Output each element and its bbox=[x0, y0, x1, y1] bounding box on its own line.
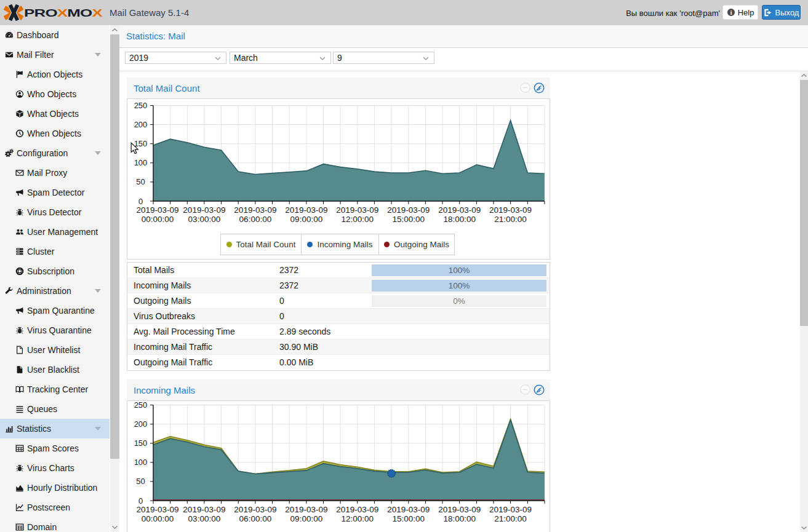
svg-text:250: 250 bbox=[134, 101, 148, 110]
svg-text:2019-03-09: 2019-03-09 bbox=[336, 505, 378, 514]
svg-text:150: 150 bbox=[134, 439, 148, 448]
svg-text:100: 100 bbox=[134, 158, 148, 167]
svg-text:09:00:00: 09:00:00 bbox=[290, 215, 323, 224]
svg-text:2019-03-09: 2019-03-09 bbox=[438, 205, 481, 215]
svg-text:18:00:00: 18:00:00 bbox=[443, 215, 476, 224]
svg-text:06:00:00: 06:00:00 bbox=[239, 514, 272, 523]
svg-text:03:00:00: 03:00:00 bbox=[188, 514, 221, 523]
svg-text:2019-03-09: 2019-03-09 bbox=[336, 205, 378, 215]
svg-text:200: 200 bbox=[134, 120, 148, 129]
svg-text:15:00:00: 15:00:00 bbox=[393, 514, 425, 523]
svg-text:2019-03-09: 2019-03-09 bbox=[387, 505, 430, 514]
svg-text:21:00:00: 21:00:00 bbox=[494, 514, 527, 523]
svg-text:PROXMOX: PROXMOX bbox=[24, 7, 103, 19]
svg-text:06:00:00: 06:00:00 bbox=[239, 215, 272, 224]
svg-text:09:00:00: 09:00:00 bbox=[290, 514, 323, 523]
svg-text:2019-03-09: 2019-03-09 bbox=[183, 505, 225, 514]
svg-text:50: 50 bbox=[136, 477, 145, 486]
svg-text:03:00:00: 03:00:00 bbox=[188, 215, 221, 224]
svg-text:2019-03-09: 2019-03-09 bbox=[234, 505, 276, 514]
svg-text:00:00:00: 00:00:00 bbox=[142, 215, 174, 224]
svg-text:100: 100 bbox=[134, 458, 148, 467]
svg-text:2019-03-09: 2019-03-09 bbox=[136, 505, 178, 514]
svg-text:2019-03-09: 2019-03-09 bbox=[387, 205, 430, 215]
svg-text:0: 0 bbox=[138, 197, 143, 206]
svg-text:21:00:00: 21:00:00 bbox=[494, 215, 527, 224]
svg-text:12:00:00: 12:00:00 bbox=[342, 215, 374, 224]
svg-text:2019-03-09: 2019-03-09 bbox=[438, 505, 481, 514]
svg-text:0: 0 bbox=[138, 496, 143, 506]
svg-text:250: 250 bbox=[134, 401, 148, 410]
svg-text:i: i bbox=[730, 9, 732, 16]
svg-text:2019-03-09: 2019-03-09 bbox=[285, 505, 327, 514]
svg-text:2019-03-09: 2019-03-09 bbox=[136, 205, 178, 215]
svg-text:2019-03-09: 2019-03-09 bbox=[285, 205, 327, 215]
svg-text:00:00:00: 00:00:00 bbox=[142, 514, 174, 523]
svg-text:2019-03-09: 2019-03-09 bbox=[489, 205, 532, 215]
svg-text:50: 50 bbox=[136, 177, 145, 186]
svg-text:2019-03-09: 2019-03-09 bbox=[489, 505, 532, 514]
svg-text:2019-03-09: 2019-03-09 bbox=[234, 205, 276, 215]
svg-text:15:00:00: 15:00:00 bbox=[393, 215, 425, 224]
svg-text:2019-03-09: 2019-03-09 bbox=[183, 205, 225, 215]
svg-text:12:00:00: 12:00:00 bbox=[342, 514, 374, 523]
svg-text:18:00:00: 18:00:00 bbox=[443, 514, 476, 523]
svg-text:200: 200 bbox=[134, 419, 148, 429]
